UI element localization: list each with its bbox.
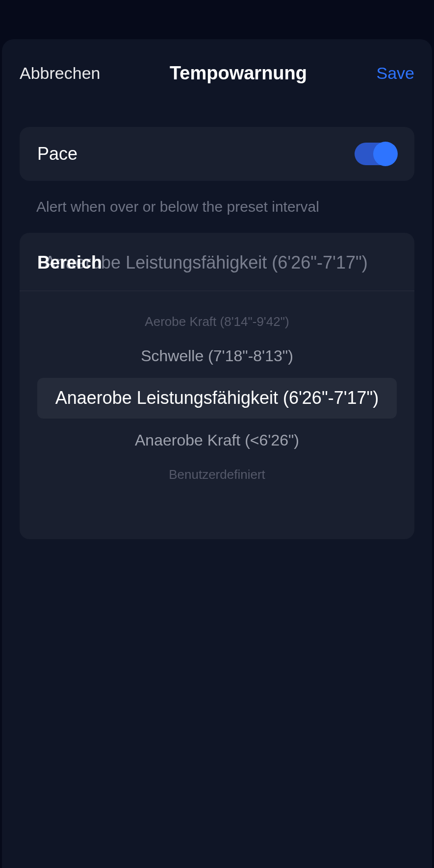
pace-toggle-row: Pace [20, 127, 414, 181]
toggle-knob [373, 142, 398, 166]
picker-option[interactable]: Anaerobe Kraft (<6'26") [20, 422, 414, 459]
cancel-button[interactable]: Abbrechen [20, 64, 100, 83]
picker-option[interactable]: Schwelle (7'18"-8'13") [20, 338, 414, 374]
page-title: Tempowarnung [170, 63, 307, 84]
modal-sheet: Abbrechen Tempowarnung Save Pace Alert w… [2, 39, 432, 868]
picker-option-selected[interactable]: Anaerobe Leistungsfähigkeit (6'26"-7'17"… [37, 378, 397, 419]
range-label: Bereich [37, 252, 102, 273]
pace-toggle[interactable] [355, 143, 397, 165]
range-header: Anaerobe Leistungsfähigkeit (6'26"-7'17"… [20, 233, 414, 291]
pace-label: Pace [37, 144, 77, 164]
picker-option[interactable]: Aerobe Kraft (8'14"-9'42") [20, 306, 414, 338]
range-picker[interactable]: Aerobe Kraft (8'14"-9'42") Schwelle (7'1… [20, 306, 414, 517]
save-button[interactable]: Save [376, 64, 414, 83]
pace-description: Alert when over or below the preset inte… [36, 197, 398, 217]
header: Abbrechen Tempowarnung Save [2, 39, 432, 107]
range-card: Anaerobe Leistungsfähigkeit (6'26"-7'17"… [20, 233, 414, 539]
picker-option[interactable]: Benutzerdefiniert [20, 459, 414, 491]
